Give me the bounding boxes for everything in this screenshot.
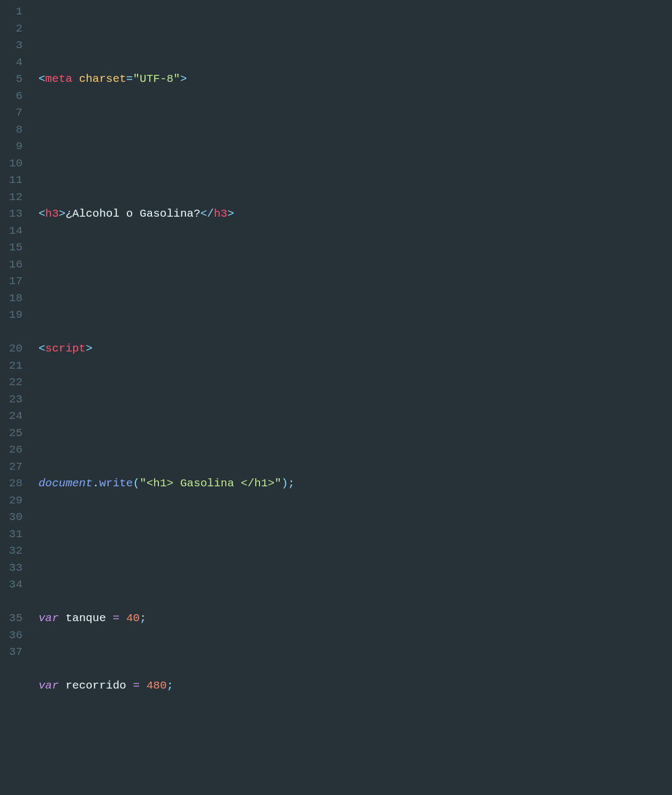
code-line[interactable]: document.write("<h1> Gasolina </h1>"); (39, 475, 672, 492)
code-area[interactable]: <meta charset="UTF-8"> <h3>¿Alcohol o Ga… (32, 0, 672, 795)
line-number: 6 (0, 88, 32, 105)
line-number: 33 (0, 560, 32, 577)
line-number: 20 (0, 340, 32, 357)
line-number: 7 (0, 104, 32, 121)
line-number: 9 (0, 138, 32, 155)
line-number: 32 (0, 542, 32, 560)
line-number (0, 324, 32, 341)
line-number: 37 (0, 644, 32, 661)
code-line[interactable] (39, 745, 672, 762)
code-line[interactable]: var recorrido = 480; (39, 677, 672, 694)
line-number: 27 (0, 458, 32, 476)
line-number: 19 (0, 307, 32, 324)
code-line[interactable]: <meta charset="UTF-8"> (39, 71, 672, 88)
line-number: 34 (0, 576, 32, 593)
line-number: 5 (0, 71, 32, 88)
code-line[interactable]: <h3>¿Alcohol o Gasolina?</h3> (39, 205, 672, 223)
line-number: 21 (0, 357, 32, 374)
line-number (0, 593, 32, 610)
code-line[interactable] (39, 408, 672, 425)
line-number: 3 (0, 37, 32, 54)
line-number: 16 (0, 256, 32, 273)
line-number: 28 (0, 475, 32, 492)
line-number: 31 (0, 526, 32, 543)
line-number: 4 (0, 54, 32, 71)
line-number: 26 (0, 441, 32, 458)
code-line[interactable]: <script> (39, 340, 672, 357)
line-number: 8 (0, 121, 32, 139)
line-number: 24 (0, 408, 32, 425)
code-line[interactable] (39, 138, 672, 155)
line-number: 36 (0, 627, 32, 644)
gutter: 1234567891011121314151617181920212223242… (0, 0, 32, 795)
line-number: 23 (0, 391, 32, 408)
line-number: 17 (0, 273, 32, 290)
line-number: 10 (0, 155, 32, 172)
line-number: 2 (0, 20, 32, 37)
line-number: 1 (0, 3, 32, 20)
code-line[interactable]: var tanque = 40; (39, 610, 672, 627)
line-number: 13 (0, 205, 32, 223)
line-number: 30 (0, 509, 32, 526)
line-number: 25 (0, 425, 32, 442)
line-number: 11 (0, 172, 32, 189)
line-number: 14 (0, 223, 32, 240)
code-line[interactable] (39, 542, 672, 560)
line-number: 22 (0, 374, 32, 391)
line-number: 29 (0, 492, 32, 509)
line-number: 18 (0, 290, 32, 307)
code-line[interactable] (39, 273, 672, 290)
code-editor[interactable]: 1234567891011121314151617181920212223242… (0, 0, 672, 795)
line-number: 35 (0, 610, 32, 627)
line-number: 15 (0, 239, 32, 256)
line-number: 12 (0, 189, 32, 206)
